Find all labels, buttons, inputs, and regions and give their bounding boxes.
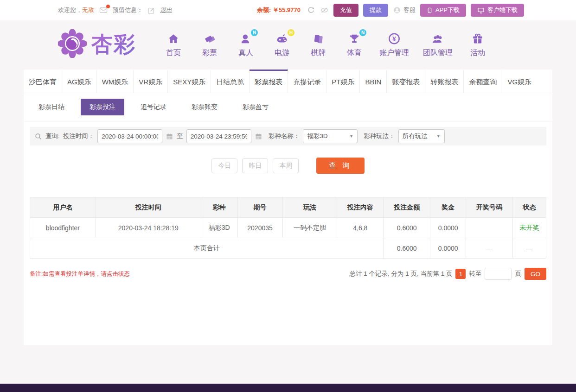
home-icon: [167, 32, 180, 46]
badge-n: N: [251, 29, 258, 36]
logo-flower-icon: [58, 29, 87, 60]
subtab-lottery-account-change[interactable]: 彩票账变: [183, 99, 226, 115]
col-bet-time: 投注时间: [96, 197, 201, 218]
tab-shaba-sports[interactable]: 沙巴体育: [24, 70, 62, 93]
nav-item-account[interactable]: ¥ 账户管理: [379, 32, 409, 58]
col-amount: 投注金额: [384, 197, 430, 218]
time-from-input[interactable]: [97, 129, 162, 143]
tab-wm[interactable]: WM娱乐: [97, 70, 134, 93]
withdraw-button[interactable]: 提款: [363, 4, 388, 17]
today-button[interactable]: 今日: [211, 158, 237, 173]
tab-deposit-withdraw[interactable]: 充提记录: [288, 70, 326, 93]
unread-dot: [106, 5, 110, 8]
col-lottery: 彩种: [201, 197, 237, 218]
pagination: 总计 1 个记录, 分为 1 页, 当前第 1 页 1 转至 页 GO: [349, 268, 546, 280]
play-type-select[interactable]: 所有玩法▼: [398, 129, 445, 143]
recharge-button[interactable]: 充值: [333, 4, 358, 17]
go-button[interactable]: GO: [525, 268, 546, 280]
tab-sexy[interactable]: SEXY娱乐: [168, 70, 211, 93]
refresh-icon[interactable]: [307, 6, 315, 14]
tab-lottery-report[interactable]: 彩票报表: [250, 70, 288, 93]
report-tabbar: 沙巴体育 AG娱乐 WM娱乐 VR娱乐 SEXY娱乐 日结总览 彩票报表 充提记…: [24, 70, 552, 93]
bet-time-label: 投注时间：: [63, 132, 95, 140]
username: 无敌: [82, 6, 94, 13]
col-prize: 奖金: [430, 197, 466, 218]
logo-text: 杏彩: [91, 30, 136, 59]
nav-item-team[interactable]: 团队管理: [423, 32, 453, 58]
search-button[interactable]: 查 询: [316, 158, 364, 174]
quick-range-actions: 今日 昨日 本周 查 询: [24, 158, 552, 174]
nav-item-lottery[interactable]: 彩票: [198, 32, 221, 58]
tab-transfer-report[interactable]: 转账报表: [425, 70, 464, 93]
chevron-down-icon: ▼: [349, 134, 353, 139]
site-logo[interactable]: 杏彩: [58, 29, 158, 60]
tab-bbin[interactable]: BBIN: [360, 70, 387, 93]
yesterday-button[interactable]: 昨日: [242, 158, 268, 173]
goto-label: 转至: [469, 270, 481, 278]
welcome-text: 欢迎您，无敌: [58, 6, 94, 14]
table-total-row: 本页合计 0.6000 0.0000 — —: [30, 238, 546, 259]
subtab-lottery-daily[interactable]: 彩票日结: [30, 99, 73, 115]
subtab-chase-records[interactable]: 追号记录: [132, 99, 175, 115]
ticket-icon: [203, 32, 216, 46]
tab-pt[interactable]: PT娱乐: [326, 70, 360, 93]
lottery-name-select[interactable]: 福彩3D▼: [303, 129, 358, 143]
goto-page-input[interactable]: [485, 268, 512, 280]
tab-ag[interactable]: AG娱乐: [62, 70, 97, 93]
search-filter-bar: 查询: 投注时间： 至 彩种名称： 福彩3D▼ 彩种玩法： 所有玩法▼: [30, 127, 546, 145]
total-label: 本页合计: [30, 238, 384, 259]
tab-balance-query[interactable]: 余额查询: [464, 70, 502, 93]
customer-service-button[interactable]: 客服: [393, 6, 416, 14]
cell-amount: 0.6000: [384, 218, 430, 238]
this-week-button[interactable]: 本周: [273, 158, 299, 173]
calendar-icon-to[interactable]: [255, 133, 262, 140]
nav-item-home[interactable]: 首页: [162, 32, 185, 58]
nav-item-promotions[interactable]: 活动: [467, 32, 489, 58]
total-draw: —: [466, 238, 513, 259]
client-download-button[interactable]: 客户端下载: [471, 4, 524, 17]
app-download-button[interactable]: APP下载: [420, 4, 466, 17]
status-link[interactable]: 未开奖: [513, 218, 546, 238]
tab-vg[interactable]: VG娱乐: [502, 70, 537, 93]
page-unit-label: 页: [515, 270, 521, 278]
badge-h: H: [288, 29, 294, 36]
nav-item-live[interactable]: N 真人: [235, 32, 257, 58]
bets-table: 用户名 投注时间 彩种 期号 玩法 投注内容 投注金额 奖金 开奖号码 状态 b…: [30, 197, 546, 259]
search-icon: [34, 133, 42, 140]
nav-item-sports[interactable]: N 体育: [343, 32, 365, 58]
chevron-down-icon: ▼: [436, 134, 441, 139]
top-bar: 欢迎您，无敌 预留信息： 退出 余额: ￥55.9770 充值 提款 客服: [0, 0, 576, 20]
play-type-label: 彩种玩法：: [364, 132, 395, 140]
subtab-lottery-bets[interactable]: 彩票投注: [81, 99, 124, 115]
mail-icon[interactable]: [99, 6, 108, 14]
calendar-icon-from[interactable]: [166, 133, 173, 140]
cell-issue: 2020035: [237, 218, 282, 238]
subtab-lottery-profit[interactable]: 彩票盈亏: [234, 99, 277, 115]
tab-account-change[interactable]: 账变报表: [387, 70, 425, 93]
lottery-name-label: 彩种名称：: [269, 132, 300, 140]
hide-balance-icon[interactable]: [320, 6, 329, 14]
site-header: 杏彩 首页 彩票 N 真人 H 电游 棋牌: [0, 20, 576, 70]
col-status: 状态: [513, 197, 546, 218]
logout-link[interactable]: 退出: [160, 6, 172, 14]
time-to-input[interactable]: [186, 129, 251, 143]
cell-bet-time: 2020-03-24 18:28:19: [96, 218, 201, 238]
query-label: 查询:: [45, 132, 60, 140]
col-content: 投注内容: [337, 197, 384, 218]
current-page[interactable]: 1: [455, 269, 466, 279]
to-label: 至: [177, 132, 183, 140]
col-username: 用户名: [30, 197, 96, 218]
total-status: —: [513, 238, 546, 259]
gamepad-icon: H: [275, 32, 289, 46]
footer-bar: [0, 384, 576, 392]
table-footer-row: 备注:如需查看投注单详情，请点击状态 总计 1 个记录, 分为 1 页, 当前第…: [30, 268, 546, 280]
nav-item-egames[interactable]: H 电游: [271, 32, 293, 58]
tab-daily-summary[interactable]: 日结总览: [211, 70, 250, 93]
nav-item-cards[interactable]: 棋牌: [307, 32, 329, 58]
edit-icon[interactable]: [147, 6, 155, 14]
table-row: bloodfighter 2020-03-24 18:28:19 福彩3D 20…: [30, 218, 546, 238]
service-label: 客服: [403, 6, 416, 14]
tab-vr[interactable]: VR娱乐: [134, 70, 168, 93]
team-people-icon: [431, 32, 445, 46]
cell-play: 一码不定胆: [282, 218, 337, 238]
